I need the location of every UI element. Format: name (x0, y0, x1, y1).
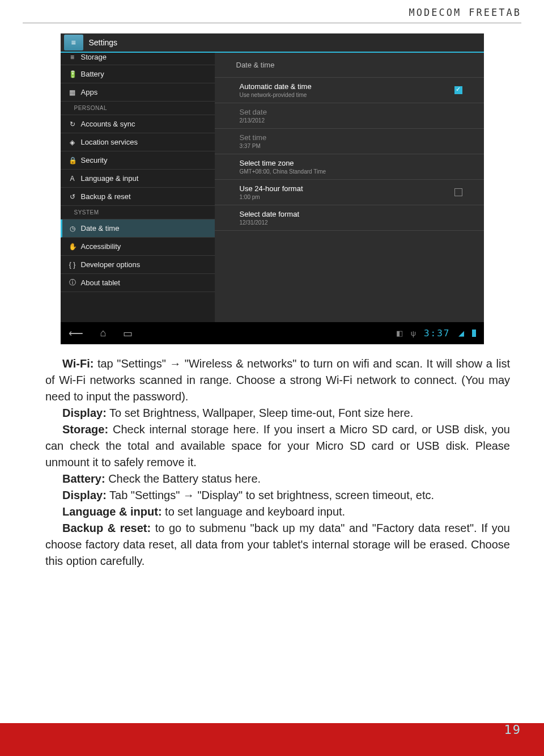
text: to set language and keyboard input. (162, 505, 346, 518)
home-icon[interactable]: ⌂ (100, 327, 107, 340)
label: Display: (62, 407, 107, 419)
setting-sub: 1:00 pm (240, 194, 303, 200)
settings-icon (64, 35, 83, 50)
language-icon: A (69, 175, 76, 183)
label: Display: (62, 489, 107, 501)
sidebar-label: Accessibility (81, 242, 121, 251)
text: Tab "Settings" → "Display" to set bright… (107, 489, 434, 501)
label: Battery: (62, 472, 105, 485)
text: Check internal storage here. If you inse… (45, 423, 510, 468)
setting-sub: 3:37 PM (240, 143, 267, 149)
label: Wi-Fi: (62, 357, 94, 370)
sidebar-item-location[interactable]: ◈Location services (61, 133, 215, 151)
storage-icon: ≡ (69, 53, 76, 61)
sidebar-item-about[interactable]: ⓘAbout tablet (61, 274, 215, 292)
document-body: Wi-Fi: tap "Settings" → "Wireless & netw… (0, 344, 544, 569)
sidebar-label: Developer options (81, 260, 141, 269)
setting-auto-datetime[interactable]: Automatic date & timeUse network-provide… (215, 78, 484, 103)
android-navbar: ⟵ ⌂ ▭ ◧ ψ 3:37 ◢ (61, 322, 484, 344)
setting-title: Select date format (240, 210, 300, 218)
checkbox-checked-icon[interactable] (454, 86, 462, 94)
sidebar-item-storage[interactable]: ≡ Storage (61, 53, 215, 65)
battery-status-icon (472, 330, 476, 337)
sidebar-item-language[interactable]: ALanguage & input (61, 170, 215, 188)
label: Language & input: (62, 505, 162, 518)
sidebar-item-battery[interactable]: 🔋Battery (61, 65, 215, 83)
text: Check the Battery status here. (105, 472, 261, 485)
sidebar-label: About tablet (81, 278, 120, 287)
backup-icon: ↺ (69, 193, 76, 201)
settings-sidebar: ≡ Storage 🔋Battery ▦Apps PERSONAL ↻Accou… (61, 53, 215, 322)
apps-icon: ▦ (69, 88, 76, 96)
setting-title: Use 24-hour format (240, 184, 303, 193)
info-icon: ⓘ (69, 278, 76, 288)
battery-icon: 🔋 (69, 70, 76, 78)
sidebar-label: Storage (81, 53, 107, 61)
sidebar-label: Language & input (81, 174, 139, 183)
setting-title: Select time zone (240, 159, 326, 167)
setting-set-time[interactable]: Set time3:37 PM (215, 129, 484, 154)
setting-sub: 12/31/2012 (240, 219, 300, 226)
settings-main: Date & time Automatic date & timeUse net… (215, 53, 484, 322)
lock-icon: 🔒 (69, 157, 76, 164)
setting-title: Automatic date & time (240, 82, 312, 91)
label: Storage: (62, 423, 108, 436)
doc-header: MODECOM FREETAB (0, 0, 544, 23)
window-title: Settings (89, 38, 118, 47)
checkbox-unchecked-icon[interactable] (454, 188, 462, 196)
sidebar-label: Apps (81, 88, 98, 96)
volume-icon[interactable]: ◧ (396, 329, 403, 337)
location-icon: ◈ (69, 138, 76, 146)
sidebar-label: Battery (81, 70, 104, 78)
sidebar-label: Security (81, 156, 108, 164)
sidebar-item-apps[interactable]: ▦Apps (61, 83, 215, 102)
sidebar-label: Date & time (81, 224, 120, 233)
setting-24hour[interactable]: Use 24-hour format1:00 pm (215, 180, 484, 205)
setting-sub: 2/13/2012 (240, 117, 267, 124)
sidebar-item-backup[interactable]: ↺Backup & reset (61, 188, 215, 206)
status-clock: 3:37 (424, 328, 450, 339)
sidebar-item-developer[interactable]: { }Developer options (61, 256, 215, 274)
sidebar-label: Location services (81, 138, 138, 146)
footer-strip (0, 723, 544, 756)
sidebar-item-accounts[interactable]: ↻Accounts & sync (61, 115, 215, 133)
setting-timezone[interactable]: Select time zoneGMT+08:00, China Standar… (215, 154, 484, 180)
wifi-icon: ◢ (458, 329, 464, 337)
clock-icon: ◷ (69, 225, 76, 233)
text: tap "Settings" → "Wireless & networks" t… (45, 357, 510, 403)
sync-icon: ↻ (69, 120, 76, 128)
back-icon[interactable]: ⟵ (69, 327, 83, 340)
setting-title: Set date (240, 108, 267, 116)
hand-icon: ✋ (69, 243, 76, 251)
panel-title: Date & time (215, 53, 484, 78)
sidebar-label: Accounts & sync (81, 120, 135, 128)
setting-sub: Use network-provided time (240, 92, 312, 98)
titlebar: Settings (61, 33, 484, 53)
android-screenshot: Settings ≡ Storage 🔋Battery ▦Apps PERSON… (61, 33, 484, 344)
setting-title: Set time (240, 133, 267, 142)
setting-date-format[interactable]: Select date format12/31/2012 (215, 205, 484, 231)
usb-icon[interactable]: ψ (411, 329, 416, 337)
sidebar-item-accessibility[interactable]: ✋Accessibility (61, 238, 215, 256)
setting-sub: GMT+08:00, China Standard Time (240, 168, 326, 175)
sidebar-heading-system: SYSTEM (61, 206, 215, 219)
sidebar-item-security[interactable]: 🔒Security (61, 151, 215, 170)
sidebar-heading-personal: PERSONAL (61, 102, 215, 115)
label: Backup & reset: (62, 522, 151, 534)
header-divider (23, 23, 521, 23)
setting-set-date[interactable]: Set date2/13/2012 (215, 103, 484, 129)
braces-icon: { } (69, 261, 76, 269)
text: To set Brightness, Wallpaper, Sleep time… (107, 407, 413, 419)
sidebar-label: Backup & reset (81, 192, 131, 201)
page-number: 19 (504, 713, 522, 746)
sidebar-item-datetime[interactable]: ◷Date & time (61, 219, 215, 238)
recent-icon[interactable]: ▭ (123, 327, 133, 340)
